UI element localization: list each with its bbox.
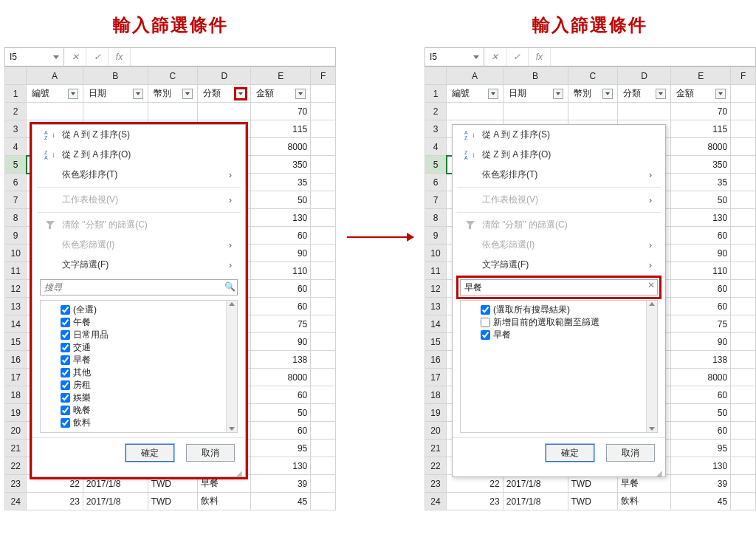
cell[interactable] <box>311 191 336 209</box>
filter-search[interactable]: 🔍 <box>40 279 238 295</box>
ok-button[interactable]: 確定 <box>126 444 174 462</box>
row-header[interactable]: 23 <box>425 475 446 493</box>
cell[interactable] <box>731 262 756 280</box>
row-header[interactable]: 11 <box>5 262 27 280</box>
row-header[interactable]: 7 <box>425 191 446 209</box>
col-header[interactable]: C <box>148 67 198 85</box>
row-header[interactable]: 5 <box>5 156 27 174</box>
cell[interactable] <box>311 457 336 475</box>
row-header[interactable]: 14 <box>5 315 27 333</box>
cell[interactable]: 130 <box>671 457 731 475</box>
cell[interactable] <box>148 103 198 120</box>
cell[interactable] <box>731 191 756 209</box>
cell[interactable]: 2017/1/8 <box>503 493 568 510</box>
cell[interactable] <box>731 227 756 245</box>
cell[interactable]: 130 <box>671 209 731 227</box>
row-header[interactable]: 22 <box>5 457 27 475</box>
cell[interactable]: 8000 <box>251 369 311 386</box>
row-header[interactable]: 22 <box>425 457 446 475</box>
row-header[interactable]: 16 <box>425 351 446 369</box>
cell[interactable]: 飲料 <box>198 493 251 510</box>
filter-check-item[interactable]: 飲料 <box>47 417 237 429</box>
sort-ascending[interactable]: 從 A 到 Z 排序(S) <box>453 125 665 145</box>
row-header[interactable]: 7 <box>5 191 27 209</box>
chevron-down-icon[interactable] <box>473 55 479 59</box>
filter-check-item[interactable]: (選取所有搜尋結果) <box>467 304 657 316</box>
cell[interactable] <box>503 103 568 120</box>
filter-value-list[interactable]: (全選)午餐日常用品交通早餐其他房租娛樂晚餐飲料 <box>40 300 238 433</box>
cell[interactable] <box>311 298 336 315</box>
row-header[interactable]: 24 <box>5 493 27 510</box>
filter-check-item[interactable]: 早餐 <box>47 354 237 366</box>
cell[interactable] <box>311 493 336 510</box>
cell[interactable] <box>27 103 83 120</box>
cell[interactable] <box>311 333 336 351</box>
checkbox[interactable] <box>61 418 70 428</box>
row-header[interactable]: 10 <box>5 245 27 262</box>
filter-search[interactable]: ✕ <box>458 278 659 297</box>
filter-button[interactable] <box>488 89 498 99</box>
cell[interactable] <box>311 156 336 174</box>
ok-button[interactable]: 確定 <box>546 444 594 462</box>
cell[interactable] <box>447 103 504 120</box>
col-header[interactable]: A <box>27 67 83 85</box>
cell[interactable]: 60 <box>671 386 731 404</box>
row-header[interactable]: 9 <box>5 227 27 245</box>
cell[interactable] <box>311 315 336 333</box>
cell[interactable] <box>731 351 756 369</box>
row-header[interactable]: 12 <box>5 280 27 298</box>
cell[interactable]: 110 <box>671 262 731 280</box>
row-header[interactable]: 5 <box>425 156 446 174</box>
row-header[interactable]: 2 <box>425 103 446 120</box>
cell[interactable]: 45 <box>251 493 311 510</box>
resize-grip[interactable]: ◢ <box>32 469 245 476</box>
cell[interactable]: 95 <box>671 440 731 457</box>
checkbox[interactable] <box>61 380 70 390</box>
filter-button[interactable] <box>133 89 143 99</box>
select-all-corner[interactable] <box>5 67 27 85</box>
cell[interactable]: 90 <box>251 245 311 262</box>
cell[interactable]: 8000 <box>251 138 311 156</box>
cell[interactable] <box>731 440 756 457</box>
row-header[interactable]: 17 <box>425 369 446 386</box>
checkbox[interactable] <box>61 343 70 352</box>
filter-button[interactable] <box>553 89 563 99</box>
filter-check-item[interactable]: 午餐 <box>47 316 237 329</box>
row-header[interactable]: 1 <box>5 85 27 103</box>
fx-button[interactable]: fx <box>109 48 131 66</box>
checkbox[interactable] <box>481 318 490 327</box>
cell[interactable] <box>731 422 756 440</box>
row-header[interactable]: 13 <box>5 298 27 315</box>
col-header[interactable]: F <box>731 67 756 85</box>
cell[interactable]: 39 <box>671 475 731 493</box>
name-box[interactable]: I5 <box>5 48 64 66</box>
checkbox[interactable] <box>61 330 70 340</box>
cell[interactable]: 130 <box>251 457 311 475</box>
cell[interactable]: 飲料 <box>618 493 671 510</box>
filter-check-item[interactable]: 房租 <box>47 379 237 392</box>
cell[interactable]: 115 <box>671 120 731 138</box>
filter-check-item[interactable]: 晚餐 <box>47 404 237 417</box>
cell[interactable] <box>731 103 756 120</box>
filter-search-input[interactable] <box>40 279 238 295</box>
filter-button[interactable] <box>602 89 613 99</box>
checkbox[interactable] <box>61 355 70 365</box>
cell[interactable]: 2017/1/8 <box>83 493 148 510</box>
filter-check-item[interactable]: 早餐 <box>467 329 657 341</box>
sort-descending[interactable]: 從 Z 到 A 排序(O) <box>32 145 245 165</box>
cell[interactable]: 50 <box>251 191 311 209</box>
cell[interactable] <box>568 103 618 120</box>
filter-button-category[interactable] <box>656 89 666 99</box>
cell[interactable] <box>311 351 336 369</box>
cell[interactable] <box>311 262 336 280</box>
filter-check-item[interactable]: (全選) <box>47 304 237 316</box>
checkbox[interactable] <box>61 393 70 403</box>
row-header[interactable]: 24 <box>425 493 446 510</box>
row-header[interactable]: 12 <box>425 280 446 298</box>
cell[interactable]: TWD <box>148 493 198 510</box>
cell[interactable]: 22 <box>447 475 504 493</box>
cell[interactable]: 早餐 <box>198 475 251 493</box>
cell[interactable]: 90 <box>671 245 731 262</box>
cell[interactable]: TWD <box>568 475 618 493</box>
cell[interactable] <box>731 475 756 493</box>
